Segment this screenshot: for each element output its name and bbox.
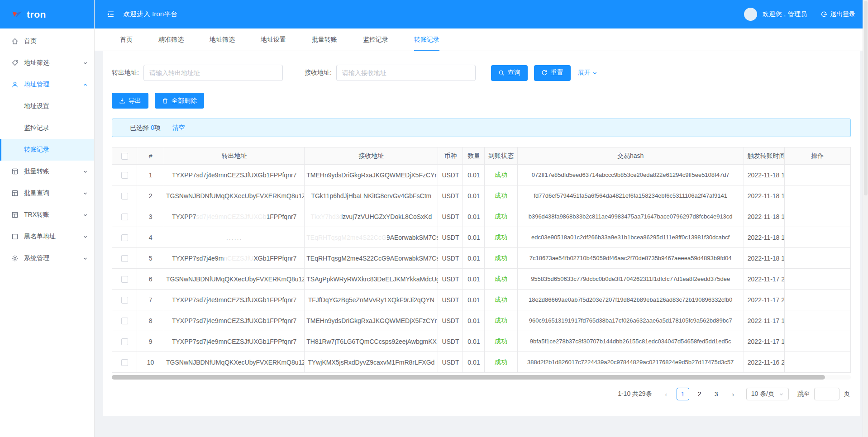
tab-转账记录[interactable]: 转账记录 bbox=[414, 28, 439, 51]
operation-cell bbox=[784, 227, 850, 248]
row-checkbox[interactable] bbox=[121, 338, 128, 345]
next-page-button[interactable]: › bbox=[727, 388, 739, 400]
row-checkbox[interactable] bbox=[121, 214, 128, 220]
sidebar-item-3[interactable]: 批量转账 bbox=[0, 161, 94, 182]
sidebar-item-label: 首页 bbox=[24, 37, 88, 45]
column-header: 交易hash bbox=[517, 147, 744, 165]
welcome-text: 欢迎进入 tron平台 bbox=[123, 10, 177, 19]
search-button[interactable]: 查询 bbox=[491, 65, 528, 81]
horizontal-scrollbar[interactable] bbox=[112, 375, 851, 380]
amount-cell: 0.01 bbox=[463, 269, 485, 290]
page-button-3[interactable]: 3 bbox=[710, 388, 723, 400]
page-button-2[interactable]: 2 bbox=[693, 388, 706, 400]
column-header: 操作 bbox=[784, 147, 850, 165]
horizontal-scrollbar-thumb[interactable] bbox=[112, 375, 825, 380]
app-root: tron 首页地址筛选地址管理地址设置监控记录转账记录批量转账批量查询TRX转账… bbox=[0, 0, 868, 437]
chevron-down-icon bbox=[779, 392, 784, 397]
status-cell: 成功 bbox=[485, 227, 517, 248]
sidebar-item-6[interactable]: 黑名单地址 bbox=[0, 226, 94, 247]
hash-cell: fd77d6ef5794451fa5a6f564da4821ef6fa15823… bbox=[517, 185, 744, 206]
vertical-scrollbar-thumb[interactable] bbox=[864, 1, 868, 195]
time-cell: 2022-11-18 12 bbox=[744, 248, 784, 269]
sidebar-item-5[interactable]: TRX转账 bbox=[0, 204, 94, 226]
table-row: 6TGSNwNJBDNfUMqQKXecUbyFVXERKmQ8u1ZTSAgP… bbox=[112, 269, 851, 290]
sidebar-subitem[interactable]: 转账记录 bbox=[0, 139, 94, 161]
address-cell: TYXPP7sd7j4e9mnCEZSJfUXGb1FPPfqnr7 bbox=[164, 248, 305, 269]
sidebar-item-7[interactable]: 系统管理 bbox=[0, 247, 94, 269]
time-cell: 2022-11-17 23 bbox=[744, 269, 784, 290]
page-button-1[interactable]: 1 bbox=[677, 388, 689, 400]
page-size-select[interactable]: 10 条/页 bbox=[746, 388, 789, 400]
expand-toggle[interactable]: 展开 bbox=[578, 69, 597, 77]
selection-count: 0 bbox=[151, 124, 154, 131]
select-all-checkbox[interactable] bbox=[121, 153, 128, 160]
tab-首页[interactable]: 首页 bbox=[120, 28, 133, 51]
sidebar-subitem[interactable]: 监控记录 bbox=[0, 117, 94, 139]
vertical-scrollbar[interactable] bbox=[863, 0, 868, 437]
export-button[interactable]: 导出 bbox=[112, 93, 148, 109]
sidebar-item-1[interactable]: 地址筛选 bbox=[0, 52, 94, 74]
status-cell: 成功 bbox=[485, 206, 517, 227]
sidebar-item-2[interactable]: 地址管理 bbox=[0, 74, 94, 95]
row-checkbox[interactable] bbox=[121, 359, 128, 366]
amount-cell: 0.01 bbox=[463, 290, 485, 310]
status-cell: 成功 bbox=[485, 310, 517, 331]
form-icon bbox=[11, 168, 19, 175]
logout-button[interactable]: 退出登录 bbox=[820, 10, 855, 19]
address-cell: TYwjKMX5jsRxdDyvZ9caxvM1FmR8rLFXGd bbox=[305, 352, 438, 373]
delete-all-button[interactable]: 全部删除 bbox=[155, 93, 204, 109]
sidebar-item-0[interactable]: 首页 bbox=[0, 30, 94, 52]
tab-地址设置[interactable]: 地址设置 bbox=[261, 28, 286, 51]
row-checkbox[interactable] bbox=[121, 297, 128, 304]
sidebar-item-4[interactable]: 批量查询 bbox=[0, 182, 94, 204]
time-cell: 2022-11-17 18 bbox=[744, 310, 784, 331]
to-address-label: 接收地址: bbox=[305, 69, 332, 77]
menu-fold-icon[interactable] bbox=[106, 10, 115, 18]
clear-selection-link[interactable]: 清空 bbox=[172, 124, 185, 132]
coin-cell: USDT bbox=[438, 269, 463, 290]
row-checkbox[interactable] bbox=[121, 172, 128, 179]
tab-精准筛选[interactable]: 精准筛选 bbox=[158, 28, 184, 51]
tab-地址筛选[interactable]: 地址筛选 bbox=[210, 28, 235, 51]
search-icon bbox=[498, 70, 505, 76]
prev-page-button[interactable]: ‹ bbox=[660, 388, 672, 400]
address-cell: TGSNwNJBDNfUMqQKXecUbyFVXERKmQ8u1Z bbox=[164, 352, 305, 373]
tab-批量转账[interactable]: 批量转账 bbox=[312, 28, 337, 51]
main-area: 欢迎进入 tron平台 欢迎您，管理员 退出登录 首页精准筛选地址筛选地址设置批… bbox=[95, 0, 868, 437]
address-cell: TYXPP7sd7j4e9mnCEZSJfUXGb1FPPfqnr7 bbox=[164, 165, 305, 185]
row-checkbox[interactable] bbox=[121, 318, 128, 324]
pagination-total: 1-10 共29条 bbox=[618, 390, 652, 398]
address-cell: TGSNwNJBDNfUMqQKXecUbyFVXERKmQ8u1Z bbox=[164, 269, 305, 290]
hash-cell: 9bfa5f1ce278b37c8f30707b144dbb26155c81ed… bbox=[517, 331, 744, 352]
time-cell: 2022-11-18 19 bbox=[744, 165, 784, 185]
jump-page-input[interactable] bbox=[814, 388, 839, 400]
row-checkbox[interactable] bbox=[121, 255, 128, 262]
address-cell: TYXPP7sd7j4e9mnCEZSJfUXGb1FPPfqnr7 bbox=[164, 206, 305, 227]
hash-cell: 18e2d86669ae0ab7f5d203e7207f19d842b89eba… bbox=[517, 290, 744, 310]
reset-button[interactable]: 重置 bbox=[534, 65, 571, 81]
coin-cell: USDT bbox=[438, 331, 463, 352]
row-checkbox[interactable] bbox=[121, 193, 128, 200]
user-greeting: 欢迎您，管理员 bbox=[763, 10, 807, 19]
from-address-input[interactable] bbox=[143, 65, 283, 81]
row-checkbox[interactable] bbox=[121, 276, 128, 283]
hash-cell: 388d2f2b1d826017c7224439a20c97844829ac02… bbox=[517, 352, 744, 373]
to-address-input[interactable] bbox=[336, 65, 476, 81]
table-row: 10TGSNwNJBDNfUMqQKXecUbyFVXERKmQ8u1ZTYwj… bbox=[112, 352, 851, 373]
sidebar: tron 首页地址筛选地址管理地址设置监控记录转账记录批量转账批量查询TRX转账… bbox=[0, 0, 95, 437]
hash-cell: 072ff17e85dfd5eed63714abccc9b853ce20eda8… bbox=[517, 165, 744, 185]
chevron-down-icon bbox=[83, 234, 88, 239]
amount-cell: 0.01 bbox=[463, 248, 485, 269]
tab-监控记录[interactable]: 监控记录 bbox=[363, 28, 388, 51]
toolbar-row: 导出 全部删除 bbox=[112, 93, 851, 109]
sidebar-subitem[interactable]: 地址设置 bbox=[0, 95, 94, 117]
jump-label: 跳至 bbox=[797, 390, 810, 398]
address-cell: TMEHn9ydsDriGkgRxaJKGQWMEDjX5FzCYr bbox=[305, 165, 438, 185]
hash-cell: b396d438fa9868b33b2c811ae49983475aa71647… bbox=[517, 206, 744, 227]
sidebar-subitem-label: 地址设置 bbox=[24, 102, 49, 110]
avatar[interactable] bbox=[744, 8, 757, 21]
row-checkbox[interactable] bbox=[121, 234, 128, 241]
row-index: 7 bbox=[137, 290, 164, 310]
brand-logo[interactable]: tron bbox=[0, 0, 94, 28]
status-cell: 成功 bbox=[485, 248, 517, 269]
